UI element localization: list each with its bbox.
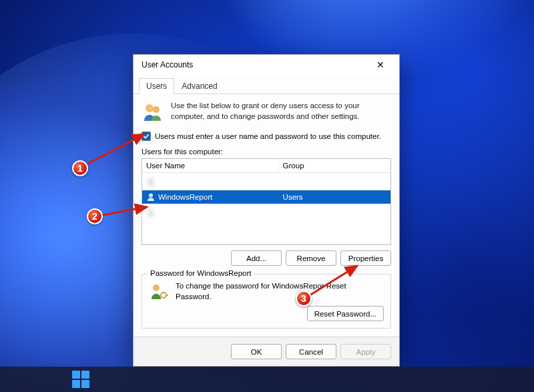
cancel-button[interactable]: Cancel [286,344,336,359]
tab-strip: Users Advanced [134,75,399,94]
users-listbox[interactable]: User Name Group [142,158,391,245]
column-group[interactable]: Group [279,159,390,172]
remove-button[interactable]: Remove [286,250,336,266]
windows-icon-tile [72,371,80,379]
reset-password-button[interactable]: Reset Password... [307,306,384,321]
user-key-icon [149,281,169,301]
list-item[interactable] [142,204,390,221]
user-icon [146,208,156,217]
svg-rect-7 [166,295,168,296]
user-buttons-row: Add... Remove Properties [142,250,391,266]
svg-point-3 [149,194,153,198]
titlebar[interactable]: User Accounts ✕ [134,55,399,75]
cell-group: Users [279,193,390,201]
windows-icon-tile [81,371,89,379]
svg-point-2 [149,178,153,182]
dialog-footer: OK Cancel Apply [134,337,399,366]
require-password-row[interactable]: Users must enter a user name and passwor… [142,132,391,141]
require-password-checkbox[interactable] [142,132,151,141]
svg-point-0 [146,104,154,112]
password-group-title: Password for WindowsReport [148,269,254,277]
ok-button[interactable]: OK [231,344,282,359]
intro-text: Use the list below to grant or deny user… [171,101,391,124]
close-button[interactable]: ✕ [367,55,394,74]
users-icon [142,101,164,124]
close-icon: ✕ [376,59,384,70]
add-button[interactable]: Add... [231,250,282,266]
cell-name: WindowsReport [158,193,212,201]
list-item-selected[interactable]: WindowsReport Users [142,190,390,204]
tab-advanced[interactable]: Advanced [174,78,224,94]
apply-button: Apply [340,344,391,359]
start-button[interactable] [72,371,89,388]
intro-row: Use the list below to grant or deny user… [142,101,391,124]
column-user-name[interactable]: User Name [142,159,279,172]
windows-icon-tile [81,380,89,388]
password-text-pre: To change the password for WindowsRepor [176,282,324,290]
users-list-label: Users for this computer: [142,148,391,156]
list-body[interactable]: WindowsReport Users [142,173,390,244]
svg-point-5 [153,284,160,291]
check-icon [143,133,150,140]
user-icon [146,192,156,202]
taskbar[interactable] [0,367,534,392]
svg-point-1 [153,106,160,113]
password-group: Password for WindowsReport To change the… [142,274,391,329]
list-item[interactable] [142,173,390,190]
require-password-label: Users must enter a user name and passwor… [155,132,381,140]
list-header[interactable]: User Name Group [142,159,390,173]
tab-users[interactable]: Users [139,78,174,94]
properties-button[interactable]: Properties [340,250,391,266]
windows-icon-tile [72,380,80,388]
svg-point-6 [161,292,166,298]
svg-point-4 [149,209,153,213]
window-title: User Accounts [142,60,367,69]
user-icon [146,177,156,186]
user-accounts-dialog: User Accounts ✕ Users Advanced Use the l… [133,54,400,367]
tab-pane: Use the list below to grant or deny user… [134,94,399,337]
password-group-text: To change the password for WindowsRepor … [176,281,384,302]
